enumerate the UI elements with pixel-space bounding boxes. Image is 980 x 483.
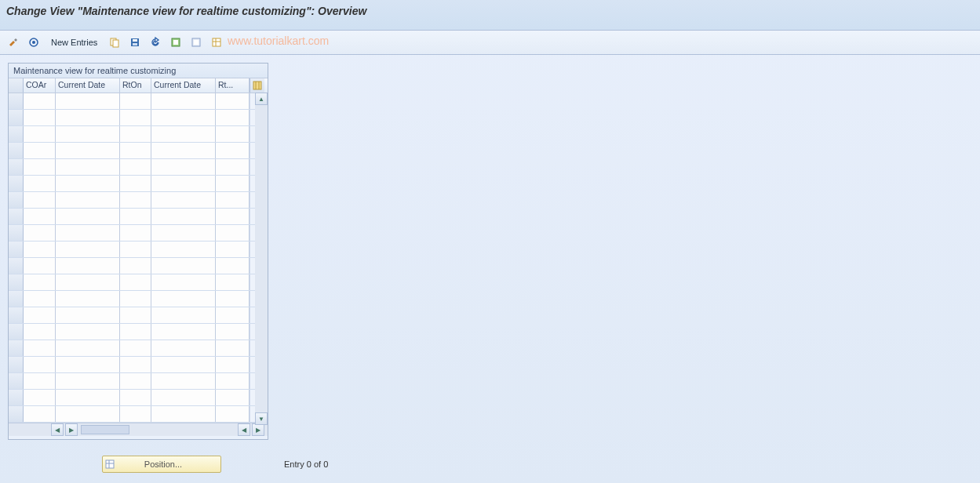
cell-current-date-1[interactable] bbox=[56, 159, 120, 175]
cell-rt[interactable] bbox=[216, 406, 250, 422]
cell-rton[interactable] bbox=[120, 291, 151, 307]
cell-current-date-1[interactable] bbox=[56, 373, 120, 389]
row-selector[interactable] bbox=[9, 390, 24, 405]
row-selector[interactable] bbox=[9, 143, 24, 158]
row-selector[interactable] bbox=[9, 373, 24, 389]
cell-rton[interactable] bbox=[120, 373, 151, 389]
cell-current-date-2[interactable] bbox=[151, 110, 216, 125]
cell-rton[interactable] bbox=[120, 340, 151, 356]
undo-icon[interactable] bbox=[147, 34, 164, 50]
table-row[interactable] bbox=[9, 93, 268, 110]
table-row[interactable] bbox=[9, 291, 268, 307]
save-icon[interactable] bbox=[126, 34, 144, 50]
table-row[interactable] bbox=[9, 324, 268, 340]
configure-columns-icon[interactable] bbox=[250, 78, 264, 93]
col-header-current-date-1[interactable]: Current Date bbox=[56, 78, 120, 93]
cell-coar[interactable] bbox=[24, 340, 56, 356]
other-view-icon[interactable] bbox=[25, 34, 42, 50]
cell-rton[interactable] bbox=[120, 126, 151, 142]
cell-rton[interactable] bbox=[120, 274, 151, 290]
row-selector[interactable] bbox=[9, 357, 24, 372]
cell-rt[interactable] bbox=[216, 390, 250, 405]
cell-current-date-1[interactable] bbox=[56, 93, 120, 109]
cell-current-date-2[interactable] bbox=[151, 406, 216, 422]
cell-coar[interactable] bbox=[24, 357, 56, 372]
row-selector[interactable] bbox=[9, 93, 24, 109]
table-row[interactable] bbox=[9, 373, 268, 390]
cell-coar[interactable] bbox=[24, 159, 56, 175]
row-selector[interactable] bbox=[9, 291, 24, 307]
table-row[interactable] bbox=[9, 192, 268, 209]
scroll-left-icon[interactable]: ◀ bbox=[51, 423, 64, 436]
cell-current-date-2[interactable] bbox=[151, 93, 216, 109]
cell-current-date-1[interactable] bbox=[56, 291, 120, 307]
cell-current-date-1[interactable] bbox=[56, 110, 120, 125]
cell-current-date-2[interactable] bbox=[151, 159, 216, 175]
cell-rton[interactable] bbox=[120, 110, 151, 125]
cell-coar[interactable] bbox=[24, 176, 56, 191]
scroll-left2-icon[interactable]: ◀ bbox=[238, 423, 250, 436]
copy-icon[interactable] bbox=[106, 34, 123, 50]
row-selector[interactable] bbox=[9, 406, 24, 422]
row-selector[interactable] bbox=[9, 274, 24, 290]
cell-rton[interactable] bbox=[120, 390, 151, 405]
table-row[interactable] bbox=[9, 357, 268, 373]
cell-rt[interactable] bbox=[216, 274, 250, 290]
vertical-scrollbar[interactable]: ▲ ▼ bbox=[255, 93, 268, 425]
table-row[interactable] bbox=[9, 242, 268, 258]
cell-current-date-1[interactable] bbox=[56, 176, 120, 191]
cell-current-date-2[interactable] bbox=[151, 242, 216, 257]
row-selector[interactable] bbox=[9, 307, 24, 323]
cell-rton[interactable] bbox=[120, 242, 151, 257]
table-row[interactable] bbox=[9, 390, 268, 406]
cell-current-date-2[interactable] bbox=[151, 340, 216, 356]
cell-rt[interactable] bbox=[216, 291, 250, 307]
cell-current-date-2[interactable] bbox=[151, 274, 216, 290]
cell-coar[interactable] bbox=[24, 110, 56, 125]
cell-current-date-2[interactable] bbox=[151, 209, 216, 224]
cell-rton[interactable] bbox=[120, 357, 151, 372]
cell-current-date-1[interactable] bbox=[56, 242, 120, 257]
cell-current-date-1[interactable] bbox=[56, 274, 120, 290]
horizontal-scrollbar[interactable]: ◀ ▶ ◀ ▶ bbox=[9, 423, 268, 436]
cell-coar[interactable] bbox=[24, 373, 56, 389]
cell-rton[interactable] bbox=[120, 225, 151, 241]
cell-current-date-1[interactable] bbox=[56, 192, 120, 208]
cell-current-date-1[interactable] bbox=[56, 209, 120, 224]
table-row[interactable] bbox=[9, 225, 268, 242]
cell-current-date-1[interactable] bbox=[56, 357, 120, 372]
cell-coar[interactable] bbox=[24, 192, 56, 208]
cell-current-date-2[interactable] bbox=[151, 258, 216, 274]
cell-current-date-2[interactable] bbox=[151, 373, 216, 389]
cell-coar[interactable] bbox=[24, 242, 56, 257]
deselect-all-icon[interactable] bbox=[188, 34, 205, 50]
cell-rton[interactable] bbox=[120, 192, 151, 208]
table-row[interactable] bbox=[9, 258, 268, 274]
header-row-selector[interactable] bbox=[9, 78, 24, 93]
cell-current-date-1[interactable] bbox=[56, 324, 120, 340]
table-row[interactable] bbox=[9, 159, 268, 176]
cell-current-date-1[interactable] bbox=[56, 225, 120, 241]
cell-rton[interactable] bbox=[120, 176, 151, 191]
cell-current-date-2[interactable] bbox=[151, 390, 216, 405]
row-selector[interactable] bbox=[9, 176, 24, 191]
col-header-rton[interactable]: RtOn bbox=[120, 78, 151, 93]
row-selector[interactable] bbox=[9, 192, 24, 208]
cell-rton[interactable] bbox=[120, 159, 151, 175]
cell-coar[interactable] bbox=[24, 143, 56, 158]
cell-current-date-2[interactable] bbox=[151, 126, 216, 142]
cell-current-date-2[interactable] bbox=[151, 307, 216, 323]
cell-rt[interactable] bbox=[216, 225, 250, 241]
cell-rt[interactable] bbox=[216, 340, 250, 356]
cell-coar[interactable] bbox=[24, 209, 56, 224]
cell-coar[interactable] bbox=[24, 258, 56, 274]
table-settings-icon[interactable] bbox=[208, 34, 225, 50]
cell-coar[interactable] bbox=[24, 274, 56, 290]
cell-rt[interactable] bbox=[216, 209, 250, 224]
new-entries-button[interactable]: New Entries bbox=[46, 34, 103, 50]
cell-rton[interactable] bbox=[120, 324, 151, 340]
table-row[interactable] bbox=[9, 340, 268, 357]
cell-rton[interactable] bbox=[120, 143, 151, 158]
cell-rt[interactable] bbox=[216, 159, 250, 175]
cell-current-date-2[interactable] bbox=[151, 291, 216, 307]
